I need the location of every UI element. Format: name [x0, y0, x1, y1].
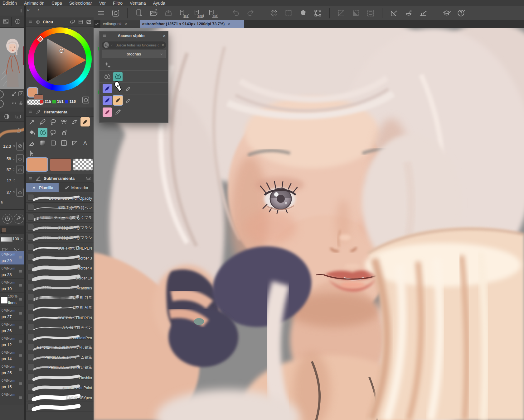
clear-search-icon[interactable]: ×: [162, 43, 164, 47]
tool-property-tab-tone[interactable]: [3, 113, 11, 120]
spinner-control[interactable]: [12, 155, 16, 162]
tool-property-field-4[interactable]: 37: [0, 187, 24, 198]
brush-item[interactable]: 実付き葉っぱブラシ: [26, 232, 94, 242]
layer-menu-icon[interactable]: [18, 395, 23, 400]
waterdrop-shortcut[interactable]: [113, 72, 123, 81]
frame-tool[interactable]: [59, 138, 69, 148]
brush-item[interactable]: 鯛造主線用強弱ペン: [26, 203, 94, 212]
collapse-dock-button[interactable]: «: [27, 7, 30, 13]
layer-row[interactable]: 0 %Normpa 28: [0, 265, 24, 279]
settings-wrench-button[interactable]: [14, 214, 24, 224]
navigator-tab-image[interactable]: [1, 17, 12, 26]
spinner-control[interactable]: [12, 166, 16, 173]
waterdrop-shortcut[interactable]: [103, 72, 112, 81]
brush-item[interactable]: Border 3: [26, 252, 94, 262]
eyedropper-tool[interactable]: [27, 117, 37, 126]
close-button[interactable]: ×: [163, 33, 166, 38]
quick-access-header[interactable]: Acceso rápido — ×: [99, 31, 168, 40]
import-down-button[interactable]: [16, 188, 24, 197]
layer-opacity-slider[interactable]: 100: [0, 235, 24, 244]
collapse-panel-button[interactable]: ‹: [37, 7, 39, 13]
tab-close-icon[interactable]: ×: [125, 22, 127, 26]
tool-property-field-2[interactable]: 57: [0, 164, 24, 175]
menu-item-7[interactable]: Ayuda: [150, 1, 170, 6]
layer-row[interactable]: 0 %Normpa 10: [0, 279, 24, 293]
brush-item[interactable]: Border 10: [26, 272, 94, 282]
brush-item[interactable]: Pencil1/カモミクリーム鉛筆: [26, 352, 94, 362]
import-down-button[interactable]: [16, 165, 24, 174]
slider-panel-tab[interactable]: [78, 19, 84, 25]
airbrush-tool[interactable]: [59, 128, 69, 137]
layer-row[interactable]: 0 %Normpa 27: [0, 307, 24, 321]
export-doc-button[interactable]: psd: [207, 8, 217, 18]
tool-property-field-3[interactable]: 17: [0, 175, 24, 186]
tool-property-tab-card[interactable]: [14, 113, 22, 120]
object-tool[interactable]: [27, 149, 37, 158]
layer-menu-icon[interactable]: [18, 283, 23, 288]
pen-alt-tool[interactable]: [70, 117, 79, 126]
layer-row[interactable]: 0 %Normpa 14: [0, 349, 24, 363]
pen-tool[interactable]: [80, 117, 90, 126]
brush-item[interactable]: FountainPen: [26, 332, 94, 342]
history-button[interactable]: [2, 214, 12, 224]
tool-property-field-0[interactable]: 12.3: [0, 141, 24, 151]
save-button[interactable]: [163, 8, 173, 18]
navigator-thumbnail[interactable]: [0, 28, 24, 89]
brush-item[interactable]: ガサ伽サ線画ペン: [26, 322, 94, 332]
marker-shortcut[interactable]: [113, 107, 123, 117]
pen-shortcut[interactable]: [103, 84, 112, 93]
color-wheel-tab[interactable]: [35, 19, 41, 25]
pen-shortcut[interactable]: [113, 96, 123, 105]
subtool-tab-1[interactable]: Marcador: [59, 183, 94, 192]
brush-item[interactable]: Bold Lineart - Full Opacity: [26, 193, 94, 203]
tab-close-icon[interactable]: ×: [228, 22, 230, 26]
pen-nib-shortcut[interactable]: [124, 96, 133, 105]
brush-item[interactable]: Amiette Flat Paint: [26, 382, 94, 392]
brush-item[interactable]: Border 4: [26, 262, 94, 272]
new-file-button[interactable]: [134, 8, 144, 18]
menu-item-3[interactable]: Seleccionar: [67, 1, 97, 6]
fill-button[interactable]: [298, 8, 308, 18]
brush-item[interactable]: Pencil3/カモミの古い鉛筆: [26, 362, 94, 372]
balloon-tool[interactable]: [49, 128, 58, 137]
undo-button[interactable]: [231, 8, 241, 18]
dock-divider[interactable]: [24, 6, 26, 420]
fit-height-button[interactable]: [17, 100, 24, 107]
brush-item[interactable]: 겉머리 세로: [26, 302, 94, 312]
approx-color-tab[interactable]: [86, 19, 92, 25]
export-doc-button[interactable]: png: [193, 8, 203, 18]
quick-access-searchbar[interactable]: ×: [102, 41, 166, 49]
layer-row[interactable]: 0 %Normpa 26: [0, 321, 24, 335]
spinner-control[interactable]: [12, 189, 16, 196]
layer-menu-icon[interactable]: [18, 367, 23, 372]
selection-border-button[interactable]: [366, 8, 376, 18]
sparkle-add-shortcut[interactable]: [103, 60, 112, 69]
invert-selection-button[interactable]: [351, 8, 361, 18]
layer-menu-icon[interactable]: [18, 297, 23, 302]
brush-item[interactable]: SOFT-INK LINEPEN: [26, 242, 94, 252]
panel-menu-button[interactable]: [28, 19, 33, 24]
panel-menu-button[interactable]: [28, 109, 33, 114]
bucket-tool[interactable]: [27, 128, 37, 137]
pen-shortcut[interactable]: [103, 96, 112, 105]
layer-row[interactable]: 0 %Normpa 12: [0, 335, 24, 349]
tab-strip-stub[interactable]: [94, 20, 100, 28]
spinner-control[interactable]: [12, 177, 16, 184]
layer-menu-icon[interactable]: [18, 311, 23, 316]
pen-shortcut[interactable]: [103, 107, 112, 117]
minimize-button[interactable]: —: [156, 33, 160, 38]
snap-curve-button[interactable]: [404, 8, 414, 18]
menu-item-4[interactable]: Ver: [97, 1, 110, 6]
brush-item[interactable]: EASYEASYpen: [26, 392, 94, 402]
spinner-control[interactable]: [12, 143, 16, 150]
quick-access-panel[interactable]: Acceso rápido — × × brochas: [99, 31, 168, 123]
menu-item-2[interactable]: Capa: [49, 1, 66, 6]
brush-item[interactable]: 実付き葉っぱブラシ: [26, 222, 94, 232]
export-doc-button[interactable]: jpg: [178, 8, 188, 18]
transparent-swatch-large[interactable]: [73, 158, 93, 171]
panel-menu-button[interactable]: [28, 176, 33, 181]
redo-button[interactable]: [245, 8, 255, 18]
slash-circle-button[interactable]: [16, 142, 24, 150]
text-tool[interactable]: A: [80, 138, 90, 148]
transform-button[interactable]: [313, 8, 323, 18]
